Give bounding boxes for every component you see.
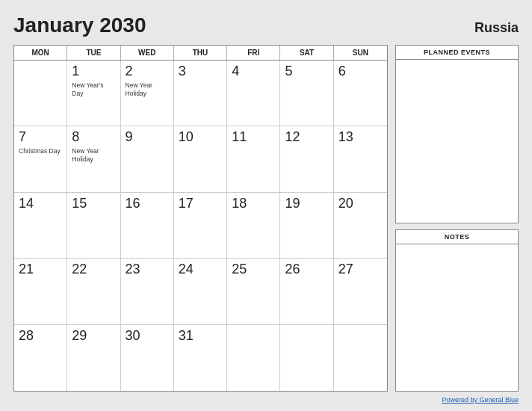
cal-cell-w2-thu: 10 — [174, 126, 227, 192]
day-number: 29 — [72, 328, 87, 344]
footer: Powered by General Blue — [13, 396, 519, 404]
day-number: 23 — [126, 262, 140, 278]
cal-cell-w3-thu: 17 — [174, 193, 227, 259]
cal-cell-w1-thu: 3 — [174, 61, 227, 126]
notes-content — [396, 244, 518, 391]
page: January 2030 Russia MON TUE WED THU FRI … — [0, 0, 532, 411]
notes-box: NOTES — [395, 229, 519, 392]
day-number: 22 — [72, 262, 87, 278]
cal-cell-w5-sat — [280, 325, 333, 391]
day-header-mon: MON — [14, 46, 67, 60]
right-section: PLANNED EVENTS NOTES — [395, 45, 519, 392]
day-number: 27 — [338, 262, 353, 278]
cal-cell-w3-tue: 15 — [67, 193, 120, 259]
day-number: 7 — [19, 129, 26, 146]
day-number: 20 — [338, 196, 353, 212]
day-header-sun: SUN — [334, 46, 387, 60]
day-number: 24 — [179, 262, 194, 278]
day-number: 15 — [72, 196, 87, 212]
month-year-title: January 2030 — [13, 13, 146, 37]
day-number: 26 — [285, 262, 300, 278]
cal-cell-w5-mon: 28 — [14, 325, 67, 391]
day-number: 17 — [179, 196, 194, 212]
cal-cell-w4-thu: 24 — [174, 259, 227, 324]
day-number: 6 — [338, 64, 346, 80]
day-number: 4 — [232, 64, 239, 80]
day-number: 11 — [232, 129, 247, 146]
cal-cell-w4-mon: 21 — [14, 259, 67, 324]
cal-cell-w2-sat: 12 — [280, 126, 333, 192]
powered-by-link[interactable]: Powered by General Blue — [442, 396, 519, 404]
cal-cell-w4-sun: 27 — [334, 259, 387, 324]
day-headers: MON TUE WED THU FRI SAT SUN — [14, 46, 387, 61]
day-number: 18 — [232, 196, 247, 212]
cal-cell-w1-tue: 1 New Year's Day — [67, 61, 120, 126]
day-number: 12 — [285, 129, 300, 146]
planned-events-content — [396, 60, 518, 223]
day-header-wed: WED — [121, 46, 174, 60]
cal-cell-w4-wed: 23 — [121, 259, 174, 324]
calendar-grid: 1 New Year's Day 2 New Year Holiday 3 4 … — [14, 61, 387, 391]
day-number: 10 — [179, 129, 194, 146]
day-number: 8 — [72, 129, 79, 146]
day-number: 31 — [179, 328, 194, 344]
day-header-tue: TUE — [67, 46, 120, 60]
day-number: 28 — [19, 328, 34, 344]
calendar: MON TUE WED THU FRI SAT SUN 1 New Year's… — [13, 45, 388, 392]
day-number: 2 — [126, 64, 133, 80]
cal-cell-w5-thu: 31 — [174, 325, 227, 391]
day-number: 21 — [19, 262, 34, 278]
cal-cell-w2-mon: 7 Christmas Day — [14, 126, 67, 192]
cal-cell-w5-tue: 29 — [67, 325, 120, 391]
day-number: 3 — [179, 64, 186, 80]
day-number: 19 — [285, 196, 300, 212]
holiday-label: New Year Holiday — [126, 81, 169, 98]
day-number: 16 — [126, 196, 140, 212]
cal-cell-w1-fri: 4 — [227, 61, 280, 126]
cal-cell-w2-sun: 13 — [334, 126, 387, 192]
cal-cell-w1-wed: 2 New Year Holiday — [121, 61, 174, 126]
cal-cell-w1-sun: 6 — [334, 61, 387, 126]
cal-cell-w2-fri: 11 — [227, 126, 280, 192]
cal-cell-w4-sat: 26 — [280, 259, 333, 324]
day-number: 1 — [72, 64, 79, 80]
day-number: 13 — [338, 129, 353, 146]
day-header-fri: FRI — [227, 46, 280, 60]
notes-title: NOTES — [396, 230, 518, 244]
cal-cell-w2-wed: 9 — [121, 126, 174, 192]
cal-cell-w3-fri: 18 — [227, 193, 280, 259]
planned-events-box: PLANNED EVENTS — [395, 45, 519, 223]
cal-cell-w1-sat: 5 — [280, 61, 333, 126]
cal-cell-w5-sun — [334, 325, 387, 391]
country-title: Russia — [474, 20, 519, 36]
cal-cell-w3-mon: 14 — [14, 193, 67, 259]
day-number: 25 — [232, 262, 247, 278]
holiday-label: Christmas Day — [19, 147, 61, 155]
cal-cell-w3-wed: 16 — [121, 193, 174, 259]
cal-cell-w4-fri: 25 — [227, 259, 280, 324]
header: January 2030 Russia — [13, 13, 519, 37]
planned-events-title: PLANNED EVENTS — [396, 46, 518, 60]
day-header-sat: SAT — [280, 46, 333, 60]
cal-cell-w1-mon — [14, 61, 67, 126]
cal-cell-w5-fri — [227, 325, 280, 391]
holiday-label: New Year Holiday — [72, 147, 115, 164]
cal-cell-w2-tue: 8 New Year Holiday — [67, 126, 120, 192]
cal-cell-w3-sat: 19 — [280, 193, 333, 259]
cal-cell-w3-sun: 20 — [334, 193, 387, 259]
day-number: 9 — [126, 129, 133, 146]
day-number: 14 — [19, 196, 34, 212]
cal-cell-w4-tue: 22 — [67, 259, 120, 324]
day-header-thu: THU — [174, 46, 227, 60]
day-number: 5 — [285, 64, 292, 80]
day-number: 30 — [126, 328, 140, 344]
main-content: MON TUE WED THU FRI SAT SUN 1 New Year's… — [13, 45, 519, 392]
holiday-label: New Year's Day — [72, 81, 115, 98]
cal-cell-w5-wed: 30 — [121, 325, 174, 391]
